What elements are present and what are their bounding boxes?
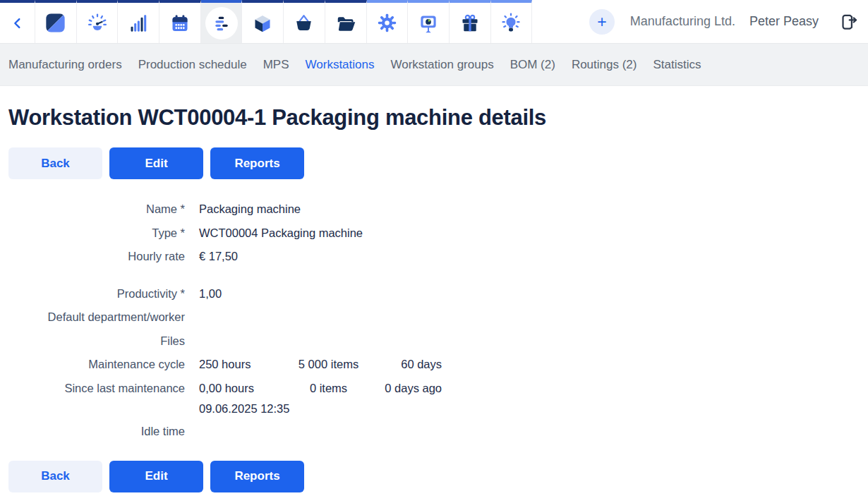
productivity-label: Productivity * <box>8 287 185 301</box>
gear-icon <box>377 13 397 33</box>
header-right: + Manufacturing Ltd. Peter Peasy <box>589 0 868 43</box>
since-last-maintenance-days: 0 days ago <box>366 377 442 401</box>
maintenance-cycle-items: 5 000 items <box>291 358 366 371</box>
production-planning-tile[interactable] <box>201 0 243 43</box>
logout-icon <box>838 12 858 32</box>
files-label: Files <box>8 334 185 348</box>
demo-tile[interactable] <box>408 0 450 43</box>
settings-tile[interactable] <box>367 0 409 43</box>
documents-tile[interactable] <box>325 0 367 43</box>
user-name[interactable]: Peter Peasy <box>749 14 819 29</box>
field-row-since-last-maintenance: Since last maintenance 0,00 hours 0 item… <box>8 377 860 421</box>
tab-production-schedule[interactable]: Production schedule <box>138 58 247 72</box>
back-button[interactable]: Back <box>8 147 102 179</box>
field-row-hourly-rate: Hourly rate € 17,50 <box>8 245 860 269</box>
lightbulb-icon <box>500 13 522 34</box>
since-last-maintenance-items: 0 items <box>291 377 366 401</box>
folder-icon <box>335 13 356 34</box>
tab-workstation-groups[interactable]: Workstation groups <box>390 58 493 72</box>
since-last-maintenance-label: Since last maintenance <box>8 377 185 401</box>
hourly-rate-value: € 17,50 <box>199 250 860 263</box>
crm-tile[interactable] <box>77 0 119 43</box>
tab-routings[interactable]: Routings (2) <box>572 58 637 72</box>
bar-chart-icon <box>128 13 148 33</box>
add-button[interactable]: + <box>589 9 615 35</box>
default-department-worker-label: Default department/worker <box>8 310 185 324</box>
field-row-files: Files <box>8 329 860 353</box>
company-name[interactable]: Manufacturing Ltd. <box>630 14 735 29</box>
edit-button-bottom[interactable]: Edit <box>109 461 203 492</box>
type-value: WCT00004 Packaging machine <box>199 226 860 240</box>
section-spacer <box>8 269 860 282</box>
reports-button[interactable]: Reports <box>210 147 304 179</box>
gifts-tile[interactable] <box>450 0 491 43</box>
tab-workstations[interactable]: Workstations <box>306 58 375 72</box>
type-label: Type * <box>8 226 185 240</box>
tab-manufacturing-orders[interactable]: Manufacturing orders <box>8 58 122 72</box>
tab-mps[interactable]: MPS <box>263 58 289 72</box>
field-row-name: Name * Packaging machine <box>8 198 860 222</box>
name-label: Name * <box>8 202 185 216</box>
action-buttons-top: Back Edit Reports <box>8 147 860 179</box>
action-buttons-bottom: Back Edit Reports <box>8 461 860 492</box>
field-row-productivity: Productivity * 1,00 <box>8 282 860 306</box>
calendar-tile[interactable] <box>159 0 201 43</box>
since-last-maintenance-values: 0,00 hours 0 items 0 days ago 09.06.2025… <box>199 377 860 421</box>
statistics-tile[interactable] <box>118 0 159 43</box>
logout-button[interactable] <box>838 12 858 32</box>
maintenance-cycle-values: 250 hours 5 000 items 60 days <box>199 358 442 371</box>
presentation-icon <box>418 13 439 34</box>
since-last-maintenance-hours: 0,00 hours <box>199 377 291 401</box>
cube-icon <box>253 13 272 33</box>
tab-statistics[interactable]: Statistics <box>653 58 701 72</box>
nav-back-tile[interactable] <box>0 0 35 43</box>
field-row-idle-time: Idle time <box>8 420 860 444</box>
dashboard-tile[interactable] <box>35 0 77 43</box>
maintenance-cycle-hours: 250 hours <box>199 358 291 371</box>
tips-tile[interactable] <box>491 0 533 43</box>
field-row-default-department-worker: Default department/worker <box>8 306 860 329</box>
back-button-bottom[interactable]: Back <box>8 461 102 492</box>
reports-button-bottom[interactable]: Reports <box>210 461 304 492</box>
chevron-left-icon <box>10 16 25 31</box>
edit-button[interactable]: Edit <box>109 147 203 179</box>
workstation-details-page: Workstation WCT00004-1 Packaging machine… <box>0 105 868 492</box>
since-last-maintenance-date: 09.06.2025 12:35 <box>199 400 860 417</box>
gauge-icon <box>87 13 108 34</box>
maintenance-cycle-days: 60 days <box>366 358 442 371</box>
gift-icon <box>460 13 480 33</box>
tab-bom[interactable]: BOM (2) <box>510 58 555 72</box>
productivity-value: 1,00 <box>199 287 860 301</box>
idle-time-label: Idle time <box>8 425 185 438</box>
field-row-maintenance-cycle: Maintenance cycle 250 hours 5 000 items … <box>8 353 860 377</box>
stock-tile[interactable] <box>242 0 284 43</box>
gantt-icon <box>205 7 238 40</box>
field-row-type: Type * WCT00004 Packaging machine <box>8 222 860 246</box>
hourly-rate-label: Hourly rate <box>8 250 185 263</box>
name-value: Packaging machine <box>199 202 860 216</box>
calendar-icon <box>170 13 190 33</box>
details-form: Name * Packaging machine Type * WCT00004… <box>8 198 860 444</box>
procurement-tile[interactable] <box>284 0 325 43</box>
page-title: Workstation WCT00004-1 Packaging machine… <box>8 105 860 131</box>
app-logo-icon <box>45 13 66 33</box>
maintenance-cycle-label: Maintenance cycle <box>8 358 185 371</box>
basket-icon <box>294 13 314 33</box>
section-tabbar: Manufacturing orders Production schedule… <box>0 44 868 86</box>
top-toolbar: + Manufacturing Ltd. Peter Peasy <box>0 0 868 44</box>
